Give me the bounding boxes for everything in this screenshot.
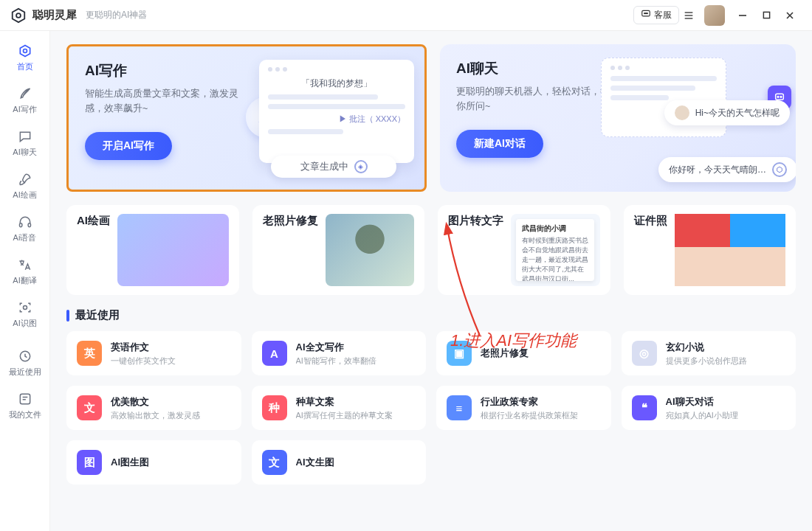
hero-write-illustration: AI 「我和我的梦想」 ▶ 批注（ XXXX） 文章生成中 ◈ [252,60,414,178]
sidebar-item-home[interactable]: 首页 [4,37,46,78]
recent-card[interactable]: ≡ 行业政策专家 根据行业名称提供政策框架 [436,386,611,430]
tile-title: AI绘画 [77,214,110,228]
recent-card[interactable]: ◎ 玄幻小说 提供更多小说创作思路 [622,331,796,375]
svg-marker-23 [777,167,782,173]
history-icon [17,348,33,364]
svg-rect-15 [19,223,21,227]
support-button[interactable]: 客服 [633,6,679,24]
tile-thumbnail [326,214,415,286]
recent-card-icon: A [262,341,287,366]
illus-doc-title: 「我和我的梦想」 [268,77,405,90]
recent-card[interactable]: A AI全文写作 AI智能写作，效率翻倍 [252,331,427,375]
recent-card-title: 英语作文 [111,341,176,354]
mini-logo-icon [772,162,787,177]
title-bar: 聪明灵犀 更聪明的AI神器 客服 [0,0,812,31]
folder-icon [17,391,33,407]
recent-card-subtitle: 根据行业名称提供政策框架 [481,410,578,421]
window-maximize-button[interactable] [754,4,778,27]
recent-card[interactable]: 图 AI图生图 [66,440,241,485]
ocr-sample-title: 武昌街的小调 [522,223,588,234]
svg-rect-20 [776,94,784,100]
tile-title: 老照片修复 [263,214,318,228]
window-close-button[interactable] [778,4,802,27]
sidebar-item-label: AI识图 [13,318,36,329]
sidebar-item-recent[interactable]: 最近使用 [4,342,46,384]
recent-card-subtitle: AI智能写作，效率翻倍 [296,355,376,367]
tile-thumbnail [117,214,229,286]
recent-card-icon: 英 [77,341,102,366]
sidebar-item-translate[interactable]: AI翻译 [4,251,46,292]
sidebar-item-ocr[interactable]: AI识图 [4,294,46,335]
svg-point-1 [16,13,21,18]
sidebar-item-label: AI聊天 [13,147,36,158]
recent-card-icon: 文 [77,395,102,420]
svg-rect-19 [20,394,30,403]
hexagon-icon [17,43,33,59]
sidebar-item-label: AI翻译 [13,275,36,286]
recent-card-title: AI全文写作 [296,341,376,354]
tile-thumbnail: 武昌街的小调 有时候到重庆路买书总会不自觉地跟武昌街去走一趟，最近发现武昌街大大… [511,214,600,286]
recent-grid: 英 英语作文 一键创作英文作文 A AI全文写作 AI智能写作，效率翻倍 ▣ 老… [66,331,796,485]
svg-point-3 [644,13,645,14]
recent-card-icon: 文 [262,450,287,475]
start-ai-write-button[interactable]: 开启AI写作 [85,132,172,160]
sidebar-item-draw[interactable]: AI绘画 [4,165,46,206]
recent-card[interactable]: 英 英语作文 一键创作英文作文 [66,331,241,375]
status-text: 文章生成中 [300,161,348,173]
sidebar-item-label: 首页 [17,61,33,72]
tile-title: 证件照 [634,214,667,228]
recent-card-subtitle: 一键创作英文作文 [111,355,176,367]
hero-card-write[interactable]: AI写作 智能生成高质量文章和文案，激发灵感，效率飙升~ 开启AI写作 AI 「… [66,44,427,192]
svg-marker-13 [20,46,30,57]
feather-icon [17,86,33,102]
chat-sample-bubble-1: Hi~今天的天气怎样呢 [664,100,790,125]
recent-card-subtitle: AI撰写任何主题的种草文案 [296,410,393,421]
sidebar-item-label: 最近使用 [9,367,41,378]
sidebar-item-voice[interactable]: Ai语音 [4,208,46,249]
feature-tiles-row: AI绘画 老照片修复 图片转文字 武昌街的小调 有时候到重庆路买书总会不自觉地跟… [66,205,796,295]
recent-card[interactable]: ❝ AI聊天对话 宛如真人的AI小助理 [622,386,796,430]
recent-card[interactable]: 文 AI文生图 [252,440,427,485]
ocr-sample-body: 有时候到重庆路买书总会不自觉地跟武昌街去走一趟，最近发现武昌街大大不同了,尤其在… [522,236,588,281]
recent-card-title: AI图生图 [111,456,149,469]
user-avatar[interactable] [704,5,725,26]
recent-card-subtitle: 宛如真人的AI小助理 [666,410,738,421]
svg-point-5 [647,13,647,14]
recent-card[interactable]: 种 种草文案 AI撰写任何主题的种草文案 [252,386,427,430]
main-content: AI写作 智能生成高质量文章和文案，激发灵感，效率飙升~ 开启AI写作 AI 「… [50,31,812,531]
recent-card-icon: 图 [77,450,102,475]
sidebar: 首页 AI写作 AI聊天 AI绘画 Ai语音 AI翻译 AI识图 最 [0,31,50,531]
sidebar-item-chat[interactable]: AI聊天 [4,122,46,164]
support-label: 客服 [654,9,672,21]
window-minimize-button[interactable] [731,4,754,27]
section-accent-bar [66,310,69,322]
bubble-avatar-icon [675,105,689,120]
recent-section-header: 最近使用 [66,308,796,322]
tile-ai-draw[interactable]: AI绘画 [66,205,239,295]
recent-card-title: 种草文案 [296,395,393,409]
recent-card[interactable]: 文 优美散文 高效输出散文，激发灵感 [66,386,241,430]
recent-card-title: AI文生图 [296,456,334,469]
generation-status: 文章生成中 ◈ [271,156,396,178]
recent-card-title: 优美散文 [111,395,200,409]
sidebar-item-label: Ai语音 [13,232,37,243]
sidebar-item-label: 我的文件 [9,409,41,420]
menu-button[interactable] [679,6,698,25]
hero-card-chat[interactable]: AI聊天 更聪明的聊天机器人，轻松对话，答你所问~ 新建AI对话 Hi~今天的天… [440,44,796,192]
section-title: 最近使用 [75,308,120,322]
recent-card[interactable]: ▣ 老照片修复 [436,331,611,375]
sidebar-item-write[interactable]: AI写作 [4,80,46,121]
scan-icon [17,299,33,316]
bubble-text: Hi~今天的天气怎样呢 [695,107,780,119]
new-ai-chat-button[interactable]: 新建AI对话 [456,130,543,158]
tile-ocr[interactable]: 图片转文字 武昌街的小调 有时候到重庆路买书总会不自觉地跟武昌街去走一趟，最近发… [438,205,610,295]
chat-sample-bubble-2: 你好呀，今天天气晴朗… [658,157,796,182]
svg-rect-16 [28,223,30,227]
tile-photo-restore[interactable]: 老照片修复 [252,205,425,295]
recent-card-title: 行业政策专家 [481,395,578,409]
sidebar-item-files[interactable]: 我的文件 [4,385,46,426]
tile-id-photo[interactable]: 证件照 [624,205,796,295]
chat-bubble-icon [641,9,651,21]
recent-card-icon: ◎ [632,341,657,366]
tile-thumbnail [675,214,786,286]
